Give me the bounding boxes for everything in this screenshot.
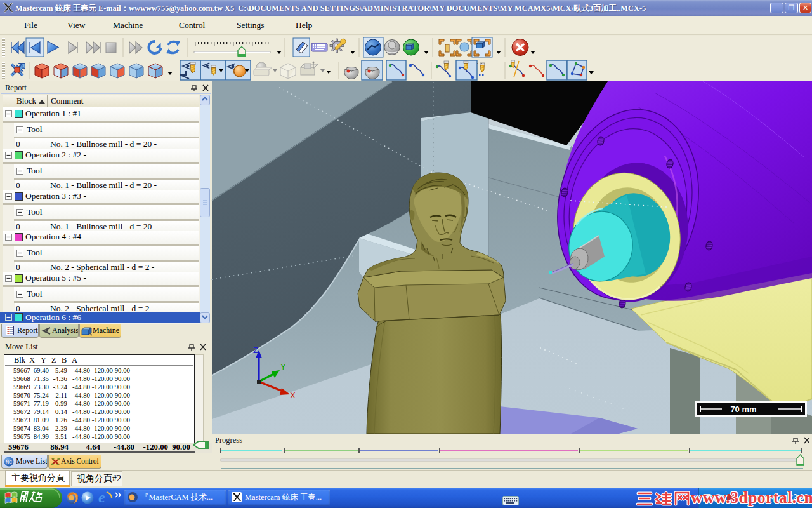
svg-text:Y: Y (280, 362, 286, 371)
svg-text:70 mm: 70 mm (730, 404, 756, 414)
svg-text:e: e (98, 489, 105, 505)
svg-text:X: X (290, 391, 296, 400)
svg-text:NC: NC (6, 460, 12, 464)
svg-text:Z: Z (253, 345, 258, 355)
